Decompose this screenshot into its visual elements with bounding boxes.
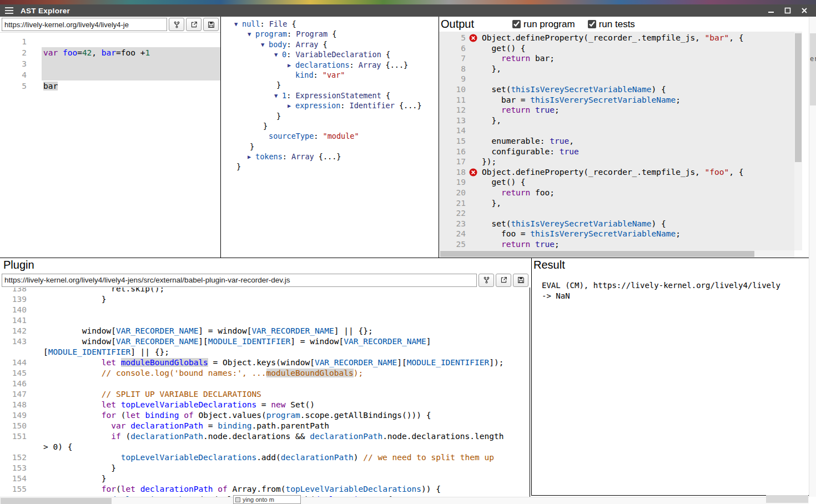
token: ExpressionStatement [295, 90, 381, 100]
token: { [381, 90, 390, 100]
token: }, [482, 64, 501, 73]
tree-collapse-icon[interactable]: ▼ [248, 29, 255, 39]
window-horizontal-scrollbar-thumb[interactable] [1, 498, 112, 504]
token: bar [102, 48, 116, 57]
token: program [266, 411, 300, 420]
token: VAR_RECORDER_NAME [116, 337, 198, 346]
checkbox-label: run tests [599, 19, 635, 30]
tree-node[interactable]: ▼program: Program { [221, 29, 439, 39]
gutter-spacer [27, 80, 42, 92]
token [482, 188, 501, 197]
code-line: 144 let moduleBoundGlobals = Object.keys… [0, 357, 530, 368]
output-editor[interactable]: 5Object.defineProperty(_recorder_.tempfi… [439, 32, 794, 250]
tree-node[interactable]: ▼body: Array { [221, 39, 439, 49]
code-line: 150 var declarationPath = binding.path.p… [0, 421, 530, 431]
ast-tree[interactable]: ▼null: File {▼program: Program {▼body: A… [221, 17, 439, 258]
line-number: 6 [439, 43, 466, 54]
gutter-spacer [27, 379, 42, 389]
result-scrollbar-thumb[interactable] [766, 495, 808, 503]
line-number: 3 [0, 58, 27, 69]
source-editor[interactable]: 12var foo=42, bar=foo +1345bar [0, 33, 220, 258]
code-line: 9 [439, 74, 794, 84]
token [43, 432, 111, 441]
token: }); [482, 157, 496, 166]
token: ; [676, 95, 681, 104]
run-program-checkbox[interactable]: run program [512, 19, 575, 30]
token: "foo" [705, 168, 729, 177]
source-url-input[interactable] [2, 18, 167, 31]
branch-button[interactable] [169, 18, 184, 31]
tree-node[interactable]: } [221, 142, 439, 152]
token: ] || {}; [130, 347, 169, 356]
code-line: 10 set(thisIsVereySecretVariableName) { [439, 84, 794, 95]
tree-node[interactable]: ▼1: ExpressionStatement { [221, 90, 439, 100]
tree-node[interactable]: ▶tokens: Array {...} [221, 152, 439, 162]
tree-node[interactable]: kind: "var" [221, 70, 439, 80]
tree-node[interactable]: } [221, 162, 439, 172]
tree-collapse-icon[interactable]: ▼ [261, 39, 269, 49]
save-button[interactable] [203, 18, 219, 31]
minimize-button[interactable] [765, 6, 777, 15]
line-number: 12 [439, 105, 466, 115]
output-vertical-scrollbar[interactable] [794, 32, 802, 250]
output-vertical-scrollbar-thumb[interactable] [795, 33, 802, 162]
token: ][ [397, 358, 406, 367]
error-marker-icon[interactable] [466, 33, 480, 43]
tree-collapse-icon[interactable]: ▼ [274, 90, 282, 100]
token: window[ [43, 326, 116, 335]
token: Identifier [350, 100, 395, 110]
hamburger-menu-icon[interactable] [5, 7, 13, 14]
tree-collapse-icon[interactable]: ▼ [234, 19, 242, 29]
line-number: 142 [0, 326, 27, 336]
plugin-save-button[interactable] [513, 274, 528, 287]
tree-node[interactable]: ▼null: File { [221, 19, 439, 29]
tree-node[interactable]: ▼0: VariableDeclaration { [221, 49, 439, 59]
tree-node[interactable]: } [221, 121, 439, 131]
gutter-spacer [27, 421, 42, 431]
window-horizontal-scrollbar[interactable] [0, 497, 809, 504]
plugin-open-external-button[interactable] [496, 274, 511, 287]
output-horizontal-scrollbar[interactable] [439, 250, 794, 258]
tree-node[interactable]: sourceType: "module" [221, 131, 439, 141]
error-marker-icon[interactable] [466, 167, 480, 178]
plugin-editor[interactable]: 138 ret.skip();139 }140141142 window[VAR… [0, 288, 530, 497]
tree-node[interactable]: ▶declarations: Array {...} [221, 60, 439, 70]
token: 0 [282, 49, 286, 59]
code-line: 5Object.defineProperty(_recorder_.tempfi… [439, 33, 794, 43]
token: , { [729, 33, 743, 42]
window-vertical-scrollbar-thumb[interactable] [810, 33, 816, 105]
run-program-checkbox-input[interactable] [512, 20, 521, 28]
tree-node[interactable]: ▶expression: Identifier {...} [221, 100, 439, 110]
run-tests-checkbox[interactable]: run tests [588, 19, 635, 30]
run-tests-checkbox-input[interactable] [588, 20, 596, 28]
tree-node[interactable]: } [221, 80, 439, 90]
code-line: 20 return foo; [439, 188, 794, 198]
close-button[interactable] [798, 6, 810, 15]
token: 1 [282, 90, 286, 100]
open-external-button[interactable] [186, 18, 202, 31]
window-title: AST Explorer [21, 7, 70, 15]
tree-expand-icon[interactable]: ▶ [288, 100, 295, 110]
line-number: 7 [439, 53, 466, 64]
tree-node[interactable]: } [221, 111, 439, 121]
code-line: 21 }, [439, 198, 794, 209]
gutter-spacer [466, 208, 480, 219]
token: "bar" [705, 33, 729, 42]
code-line: 14 [439, 125, 794, 136]
tree-expand-icon[interactable]: ▶ [288, 60, 295, 70]
code-line: 141 [0, 315, 530, 326]
plugin-branch-button[interactable] [478, 274, 494, 287]
result-line: -> NaN [542, 291, 808, 301]
window-vertical-scrollbar[interactable] [809, 17, 816, 497]
close-icon [801, 7, 808, 14]
token: declarationPath [140, 485, 213, 493]
gutter-spacer [466, 115, 480, 126]
maximize-button[interactable] [782, 6, 794, 15]
result-panel: Result EVAL (CM), https://lively-kernel.… [531, 258, 809, 496]
plugin-url-input[interactable] [2, 274, 477, 287]
tree-collapse-icon[interactable]: ▼ [274, 49, 282, 59]
token: true [550, 137, 569, 145]
tree-expand-icon[interactable]: ▶ [248, 152, 255, 162]
output-horizontal-scrollbar-thumb[interactable] [440, 251, 754, 257]
code-line: 4 [0, 69, 220, 80]
